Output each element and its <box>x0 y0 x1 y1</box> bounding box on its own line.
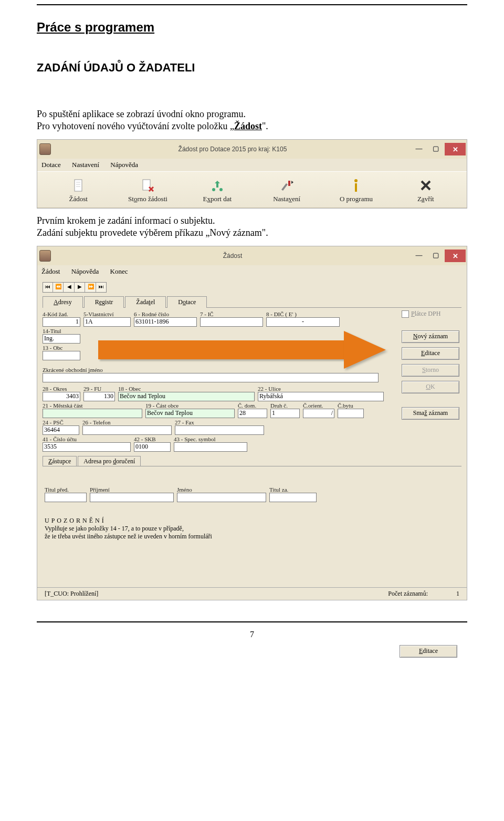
field-okres[interactable]: 3403 <box>43 392 80 401</box>
field-ulice[interactable]: Rybářská <box>258 392 384 401</box>
maximize-button[interactable]: ▢ <box>428 143 444 153</box>
field-c-orient[interactable]: / <box>303 409 334 418</box>
intro-paragraph: Po spuštění aplikace se zobrazí úvodní o… <box>37 108 467 132</box>
lbl-ulice: 22 - Ulice <box>258 386 384 392</box>
lbl-c-bytu: Č.bytu <box>338 402 364 409</box>
menu-zadost[interactable]: Žádost <box>41 267 60 275</box>
lbl-titul-za: Titul za. <box>269 486 317 493</box>
field-titul[interactable]: Ing. <box>43 334 80 344</box>
field-druh-c[interactable]: 1 <box>270 409 300 418</box>
status-left: [T_CUO: Prohlížení] <box>45 590 98 598</box>
app-icon <box>39 250 51 262</box>
field-jmeno[interactable] <box>177 493 266 502</box>
nav-prevpage-icon[interactable]: ⏪ <box>54 283 64 292</box>
field-kod-zad[interactable]: 1 <box>43 317 80 327</box>
lbl-jmeno: Jméno <box>177 486 266 493</box>
warning-text: UPOZORNĚNÍ Vyplňuje se jako položky 14 -… <box>45 517 459 541</box>
field-spec-symbol[interactable] <box>174 442 247 452</box>
toolbar-close[interactable]: Zavřít <box>402 178 449 203</box>
record-navigator[interactable]: ⏮ ⏪ ◀ ▶ ⏩ ⏭ <box>43 282 107 293</box>
toolbar-export[interactable]: Export dat <box>194 178 241 203</box>
minimize-button[interactable]: — <box>411 143 427 153</box>
field-telefon[interactable] <box>82 425 172 435</box>
lbl-titul: 14-Titul <box>43 328 80 334</box>
smaz-zaznam-button[interactable]: Smaž záznam <box>402 407 459 420</box>
ok-button[interactable]: OK <box>402 381 459 393</box>
lbl-rodne-cislo: 6 - Rodné číslo <box>134 311 197 317</box>
lbl-druh-c: Druh č. <box>270 402 300 409</box>
field-skb[interactable]: 0100 <box>134 442 171 452</box>
toolbar-nastaveni[interactable]: Nastavení <box>263 178 310 203</box>
lbl-telefon: 26 - Telefon <box>82 419 172 425</box>
lbl-obc: 13 - Obc <box>43 345 80 351</box>
lbl-titul-pred: Titul před. <box>45 486 87 493</box>
toolbar-about[interactable]: O programu <box>332 178 380 203</box>
lbl-ic: 7 - IČ <box>200 311 263 317</box>
nav-next-icon[interactable]: ▶ <box>76 283 86 292</box>
lbl-mestska-cast: 21 - Městská část <box>43 402 142 409</box>
field-prijmeni[interactable] <box>90 493 174 502</box>
field-fax[interactable] <box>175 425 264 435</box>
lbl-fax: 27 - Fax <box>175 419 264 425</box>
toolbar-storno[interactable]: Storno žádosti <box>124 178 171 203</box>
field-ic[interactable] <box>200 317 263 327</box>
svg-point-7 <box>212 188 215 191</box>
nav-last-icon[interactable]: ⏭ <box>97 283 107 292</box>
field-cast-obce[interactable]: Bečov nad Teplou <box>145 409 235 418</box>
field-titul-za[interactable] <box>269 493 317 502</box>
lbl-prijmeni: Příjmení <box>90 486 174 493</box>
field-titul-pred[interactable] <box>45 493 87 502</box>
lbl-zkracene-jmeno: Zkrácené obchodní jméno <box>43 367 379 373</box>
field-c-dom[interactable]: 28 <box>238 409 267 418</box>
field-cislo-uctu[interactable]: 3535 <box>43 442 131 452</box>
export-icon <box>194 178 241 193</box>
nav-first-icon[interactable]: ⏮ <box>43 283 53 292</box>
paragraph-2: Prvním krokem je zadání informací o subj… <box>37 215 467 238</box>
close-button[interactable]: ✕ <box>445 143 466 155</box>
document-delete-icon <box>124 178 171 193</box>
lbl-psc: 24 - PSČ <box>43 419 79 425</box>
nav-nextpage-icon[interactable]: ⏩ <box>86 283 96 292</box>
field-obec[interactable]: Bečov nad Teplou <box>118 392 255 401</box>
minimize-button[interactable]: — <box>411 250 427 260</box>
menu-napoveda[interactable]: Nápověda <box>110 161 138 169</box>
lbl-fu: 29 - FU <box>83 386 115 392</box>
checkbox-platce-dph[interactable]: Plátce DPH <box>402 310 459 318</box>
storno-button[interactable]: Storno <box>402 364 459 377</box>
tab-registr[interactable]: Registr <box>84 296 124 308</box>
lbl-okres: 28 - Okres <box>43 386 80 392</box>
lbl-skb: 42 - SKB <box>134 436 171 442</box>
menu-bar: Dotace Nastavení Nápověda <box>37 159 467 171</box>
field-c-bytu[interactable] <box>338 409 364 418</box>
field-rodne-cislo[interactable]: 631011-1896 <box>134 317 197 327</box>
tab-zadatel[interactable]: Žadatel <box>125 296 166 308</box>
tab-dotace[interactable]: Dotace <box>167 296 207 308</box>
field-dic[interactable]: - <box>266 317 340 327</box>
field-psc[interactable]: 36464 <box>43 425 79 435</box>
subtab-zastupce[interactable]: Zástupce <box>43 456 77 466</box>
page-title: Práce s programem <box>37 20 467 35</box>
editace-button[interactable]: Editace <box>402 347 459 360</box>
svg-marker-10 <box>291 181 293 184</box>
field-obc[interactable] <box>43 351 80 360</box>
menu-dotace[interactable]: Dotace <box>41 161 61 169</box>
field-vlastnictvi[interactable]: 1A <box>83 317 131 327</box>
menu-nastaveni[interactable]: Nastavení <box>72 161 99 169</box>
info-icon <box>332 178 380 193</box>
field-fu[interactable]: 130 <box>83 392 115 401</box>
toolbar-zadost[interactable]: Žádost <box>55 178 102 203</box>
tab-adresy[interactable]: Adresy <box>43 296 83 308</box>
close-button[interactable]: ✕ <box>445 250 466 262</box>
field-zkracene-jmeno[interactable] <box>43 373 379 382</box>
menu-konec[interactable]: Konec <box>110 267 128 275</box>
maximize-button[interactable]: ▢ <box>428 250 444 260</box>
screenshot-main-window: Žádost pro Dotace 2015 pro kraj: K105 — … <box>37 139 467 209</box>
editace2-button[interactable]: Editace <box>400 645 457 658</box>
field-mestska-cast[interactable] <box>43 409 142 418</box>
menu-napoveda[interactable]: Nápověda <box>71 267 99 275</box>
lbl-vlastnictvi: 5-Vlastnictví <box>83 311 131 317</box>
subtab-adresa-doruceni[interactable]: Adresa pro doručení <box>78 456 141 466</box>
svg-point-11 <box>354 179 358 182</box>
novy-zaznam-button[interactable]: Nový záznam <box>402 330 459 343</box>
nav-prev-icon[interactable]: ◀ <box>65 283 75 292</box>
